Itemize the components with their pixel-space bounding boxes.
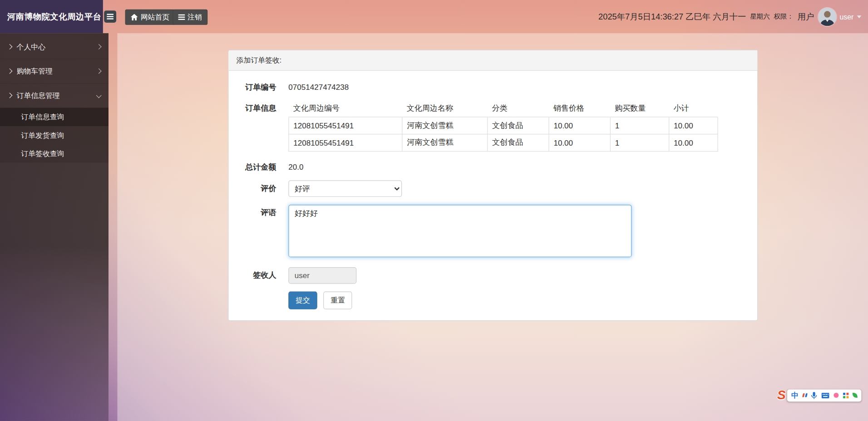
- sidebar-item-label: 购物车管理: [17, 66, 53, 76]
- table-cell: 10.00: [549, 134, 610, 152]
- top-bar: 河南博物院文化周边平台 网站首页 注销 2025年7月5日14:36:27 乙巳…: [0, 0, 868, 33]
- receiver-input[interactable]: [288, 267, 356, 284]
- permission-label: 权限：: [774, 12, 794, 21]
- comment-textarea[interactable]: 好好好: [288, 205, 631, 257]
- table-cell: 河南文创雪糕: [402, 117, 488, 134]
- rating-select[interactable]: 好评: [288, 181, 402, 197]
- sidebar-item-order-shipping-query[interactable]: 订单发货查询: [0, 126, 108, 144]
- user-menu[interactable]: user: [818, 7, 861, 25]
- sidebar-item-order-info-query[interactable]: 订单信息查询: [0, 108, 108, 126]
- col-header: 销售价格: [549, 100, 610, 117]
- table-header-row: 文化周边编号 文化周边名称 分类 销售价格 购买数量 小计: [289, 100, 718, 117]
- home-icon: [131, 14, 138, 20]
- receiver-label: 签收人: [237, 267, 276, 280]
- reset-button[interactable]: 重置: [324, 292, 352, 309]
- home-button[interactable]: 网站首页: [125, 10, 175, 25]
- col-header: 小计: [669, 100, 718, 117]
- weekday-text: 星期六: [750, 12, 770, 21]
- emoji-icon[interactable]: [834, 393, 839, 398]
- comment-label: 评语: [237, 205, 276, 218]
- order-items-table: 文化周边编号 文化周边名称 分类 销售价格 购买数量 小计: [288, 100, 718, 152]
- total-amount-label: 总计金额: [237, 159, 276, 172]
- chevron-right-icon: [7, 93, 12, 98]
- mic-icon[interactable]: [811, 392, 817, 399]
- sidebar-item-label: 个人中心: [17, 42, 45, 52]
- app-title-text: 河南博物院文化周边平台: [7, 11, 102, 22]
- user-photo: [818, 7, 836, 25]
- toolbox-icon[interactable]: [843, 393, 846, 395]
- comment-row: 评语 好好好: [237, 205, 749, 259]
- chevron-down-icon: [96, 93, 102, 98]
- username-text: user: [839, 12, 853, 20]
- sidebar-item-order-management[interactable]: 订单信息管理: [0, 83, 108, 108]
- sidebar-toggle-button[interactable]: [104, 10, 116, 23]
- table-row: 12081055451491 河南文创雪糕 文创食品 10.00 1 10.00: [289, 117, 718, 134]
- home-button-label: 网站首页: [141, 12, 169, 22]
- table-cell: 河南文创雪糕: [402, 134, 488, 152]
- table-cell: 10.00: [669, 117, 718, 134]
- col-header: 文化周边名称: [402, 100, 488, 117]
- topbar-right-cluster: 2025年7月5日14:36:27 乙巳年 六月十一 星期六 权限： 用户 us…: [598, 0, 861, 33]
- table-cell: 12081055451491: [289, 117, 402, 134]
- logout-button[interactable]: 注销: [173, 10, 207, 25]
- table-cell: 10.00: [669, 134, 718, 152]
- panel-title: 添加订单签收:: [229, 50, 758, 71]
- order-no-value: 07051427474238: [288, 79, 349, 91]
- sidebar-item-personal-center[interactable]: 个人中心: [0, 35, 108, 59]
- total-amount-value: 20.0: [288, 159, 303, 171]
- sogou-logo-icon[interactable]: S: [777, 389, 786, 401]
- avatar[interactable]: [818, 7, 836, 25]
- table-cell: 文创食品: [488, 117, 549, 134]
- main-content: 添加订单签收: 订单编号 07051427474238 订单信息: [118, 33, 868, 421]
- sidebar: 个人中心 购物车管理 订单信息管理 订单信息查询 订单发货查询 订单签收查询: [0, 33, 108, 421]
- keyboard-icon[interactable]: [822, 392, 829, 398]
- order-no-label: 订单编号: [237, 79, 276, 92]
- application-window: 河南博物院文化周边平台 网站首页 注销 2025年7月5日14:36:27 乙巳…: [0, 0, 868, 421]
- chevron-right-icon: [7, 44, 12, 49]
- sidebar-item-order-receipt-query[interactable]: 订单签收查询: [0, 144, 108, 162]
- chinese-mode-icon[interactable]: 中: [791, 390, 799, 400]
- table-cell: 12081055451491: [289, 134, 402, 152]
- chevron-down-icon: [857, 15, 862, 18]
- total-amount-row: 总计金额 20.0: [237, 159, 749, 172]
- sidebar-subitem-label: 订单信息查询: [21, 112, 64, 122]
- rating-label: 评价: [237, 181, 276, 194]
- order-info-row: 订单信息 文化周边编号 文化周边名称 分类 销售价: [237, 100, 749, 152]
- datetime-text: 2025年7月5日14:36:27 乙巳年 六月十一: [598, 11, 746, 22]
- ime-bar: 中: [787, 389, 861, 401]
- actions-spacer: [237, 292, 276, 295]
- order-info-label: 订单信息: [237, 100, 276, 113]
- add-order-receipt-panel: 添加订单签收: 订单编号 07051427474238 订单信息: [228, 50, 758, 321]
- chevron-right-icon: [7, 69, 12, 74]
- table-cell: 10.00: [549, 117, 610, 134]
- hamburger-icon: [107, 16, 113, 17]
- col-header: 购买数量: [610, 100, 669, 117]
- role-text: 用户: [798, 11, 814, 22]
- logout-button-label: 注销: [187, 12, 202, 22]
- rating-row: 评价 好评: [237, 181, 749, 197]
- sidebar-subitem-label: 订单签收查询: [21, 148, 64, 158]
- ime-toolbar: S 中: [777, 389, 862, 401]
- sidebar-item-label: 订单信息管理: [17, 90, 60, 100]
- skin-icon[interactable]: [853, 393, 858, 398]
- sidebar-item-cart-management[interactable]: 购物车管理: [0, 59, 108, 83]
- chevron-right-icon: [96, 69, 102, 74]
- chevron-right-icon: [96, 44, 102, 49]
- list-icon: [178, 17, 185, 18]
- table-row: 12081055451491 河南文创雪糕 文创食品 10.00 1 10.00: [289, 134, 718, 152]
- col-header: 文化周边编号: [289, 100, 402, 117]
- submit-button[interactable]: 提交: [288, 292, 317, 309]
- panel-body: 订单编号 07051427474238 订单信息 文化周边编号: [229, 71, 758, 320]
- punctuation-icon[interactable]: [803, 393, 807, 397]
- sidebar-subitem-label: 订单发货查询: [21, 130, 64, 140]
- table-cell: 文创食品: [488, 134, 549, 152]
- col-header: 分类: [488, 100, 549, 117]
- receiver-row: 签收人: [237, 267, 749, 284]
- table-cell: 1: [610, 117, 669, 134]
- form-actions-row: 提交 重置: [237, 292, 749, 309]
- app-title: 河南博物院文化周边平台: [0, 0, 103, 33]
- order-no-row: 订单编号 07051427474238: [237, 79, 749, 92]
- table-cell: 1: [610, 134, 669, 152]
